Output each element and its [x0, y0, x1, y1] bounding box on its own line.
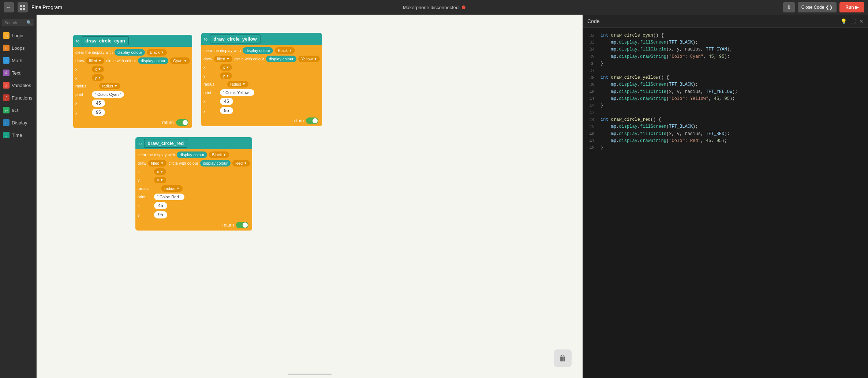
return-toggle-yellow[interactable] [306, 117, 318, 124]
x-var-yellow[interactable]: x ▼ [220, 64, 232, 71]
radius-label-cyan: radius [75, 84, 97, 88]
red-func-name[interactable]: draw_circle_red [144, 139, 187, 148]
sidebar-item-time[interactable]: ⏱ Time [0, 129, 36, 141]
radius-var-red[interactable]: radius ▼ [161, 185, 183, 192]
display-colour-pill-yellow[interactable]: display colour [243, 47, 273, 54]
back-button[interactable]: ← [4, 2, 14, 12]
red-colour-pill[interactable]: Red ▼ [232, 160, 250, 166]
line-num: 33 [587, 39, 595, 46]
clear-display-row-red: clear the display with display colour Bl… [138, 151, 250, 158]
black-colour-yellow[interactable]: Black ▼ [275, 47, 295, 54]
line-num: 48 [587, 145, 595, 151]
sidebar-item-io[interactable]: ⇄ I/O [0, 104, 36, 116]
draw-label-red: draw [138, 161, 146, 165]
sidebar-item-loops[interactable]: ↻ Loops [0, 42, 36, 54]
display-icon: □ [3, 119, 10, 126]
code-panel: Code 💡 ⛶ ✕ 32 33 34 35 36 37 38 39 40 41… [583, 15, 868, 378]
radius-row-cyan: radius radius ▼ [75, 83, 190, 89]
code-close-button[interactable]: ✕ [859, 18, 864, 24]
yellow-func-name[interactable]: draw_circle_yellow [210, 34, 261, 44]
display-colour-pill2-red[interactable]: display colour [200, 160, 231, 166]
print-val-yellow: " Color: Yellow " [220, 89, 254, 96]
sidebar-label-variables: Variables [12, 83, 31, 88]
filled-pill-yellow[interactable]: filled ▼ [214, 56, 233, 62]
x-row-yellow: x x ▼ [203, 64, 320, 71]
code-text[interactable]: int draw_circle_cyan() { mp.display.fill… [598, 28, 868, 378]
loops-icon: ↻ [3, 45, 10, 51]
sidebar-item-text[interactable]: A Text [0, 67, 36, 79]
sidebar-item-functions[interactable]: ƒ Functions [0, 91, 36, 104]
cyan-func-name[interactable]: draw_circle_cyan [82, 36, 128, 45]
red-block-body: clear the display with display colour Bl… [135, 149, 252, 231]
x-val-red: 45 [154, 202, 167, 209]
x-var-cyan[interactable]: x ▼ [92, 66, 104, 72]
project-title: FinalProgram [31, 4, 62, 10]
return-toggle-red[interactable] [236, 222, 248, 228]
to-label-red: to [138, 141, 142, 146]
display-colour-pill2-cyan[interactable]: display colour [138, 57, 168, 64]
sidebar-item-display[interactable]: □ Display [0, 116, 36, 129]
print-val-red: " Color: Red " [154, 194, 184, 200]
sidebar-label-loops: Loops [12, 45, 25, 51]
code-line: int draw_circle_yellow() { [601, 74, 865, 81]
cyan-block-header: to draw_circle_cyan [73, 35, 192, 47]
black-colour-red[interactable]: Black ▼ [209, 151, 229, 158]
display-colour-pill2-yellow[interactable]: display colour [266, 56, 296, 62]
x-val-cyan: 45 [92, 100, 105, 107]
expand-button[interactable]: ⛶ [850, 18, 856, 24]
y-val-label-cyan: y [75, 110, 90, 115]
return-label-cyan: return [162, 120, 173, 125]
y-var-cyan[interactable]: y ▼ [92, 74, 104, 81]
display-colour-pill-red[interactable]: display colour [177, 151, 207, 158]
y-val-cyan: 95 [92, 109, 105, 116]
grid-button[interactable] [18, 2, 28, 12]
return-toggle-cyan[interactable] [176, 119, 188, 126]
sidebar-label-functions: Functions [12, 95, 32, 101]
x-val-yellow: 45 [220, 98, 233, 105]
code-content: 32 33 34 35 36 37 38 39 40 41 42 43 44 4… [583, 28, 868, 378]
lightbulb-button[interactable]: 💡 [841, 18, 847, 24]
display-colour-pill-cyan[interactable]: display colour [115, 49, 145, 56]
sidebar-label-logic: Logic [12, 33, 23, 38]
radius-var-yellow[interactable]: radius ▼ [227, 81, 248, 87]
functions-icon: ƒ [3, 94, 10, 101]
svg-rect-3 [23, 8, 25, 10]
run-button[interactable]: Run ▶ [839, 2, 864, 12]
circle-label-cyan: circle with colour [106, 59, 136, 63]
sidebar-item-logic[interactable]: ⬡ Logic [0, 29, 36, 42]
y-label-yellow: y [203, 74, 218, 78]
draw-row-yellow: draw filled ▼ circle with colour display… [203, 56, 320, 62]
close-code-button[interactable]: Close Code ❮❯ [798, 2, 837, 12]
code-line: mp.display.fillCircle(x, y, radius, TFT_… [601, 46, 865, 53]
line-num: 42 [587, 102, 595, 109]
line-num: 46 [587, 131, 595, 138]
sidebar-item-math[interactable]: ≈ Math [0, 54, 36, 67]
line-num: 38 [587, 74, 595, 81]
sidebar-label-text: Text [12, 70, 20, 76]
filled-pill-cyan[interactable]: filled ▼ [86, 57, 105, 64]
trash-icon[interactable]: 🗑 [554, 349, 572, 367]
return-footer-red: return [138, 222, 250, 228]
download-button[interactable]: ⇓ [783, 2, 795, 12]
topbar-right: ⇓ Close Code ❮❯ Run ▶ [783, 2, 864, 12]
x-var-red[interactable]: x ▼ [154, 168, 166, 175]
print-label-red: print [138, 195, 152, 199]
draw-row-cyan: draw filled ▼ circle with colour display… [75, 57, 190, 64]
black-colour-cyan[interactable]: Black ▼ [147, 49, 167, 56]
cyan-colour-pill[interactable]: Cyan ▼ [170, 57, 190, 64]
code-line [601, 109, 865, 116]
filled-pill-red[interactable]: filled ▼ [148, 160, 167, 166]
code-line: mp.display.fillScreen(TFT_BLACK); [601, 123, 865, 130]
svg-rect-0 [20, 5, 22, 7]
x-row-cyan: x x ▼ [75, 66, 190, 72]
radius-var-cyan[interactable]: radius ▼ [99, 83, 120, 89]
line-num: 36 [587, 60, 595, 67]
y-var-yellow[interactable]: y ▼ [220, 72, 232, 79]
yellow-colour-pill[interactable]: Yellow ▼ [298, 56, 320, 62]
sidebar-item-variables[interactable]: x Variables [0, 79, 36, 91]
status-area: Makerphone disconnected [403, 5, 465, 10]
y-var-red[interactable]: y ▼ [154, 177, 166, 183]
svg-rect-2 [20, 8, 22, 10]
search-input[interactable] [4, 20, 26, 25]
print-row-yellow: print " Color: Yellow " [203, 89, 320, 96]
